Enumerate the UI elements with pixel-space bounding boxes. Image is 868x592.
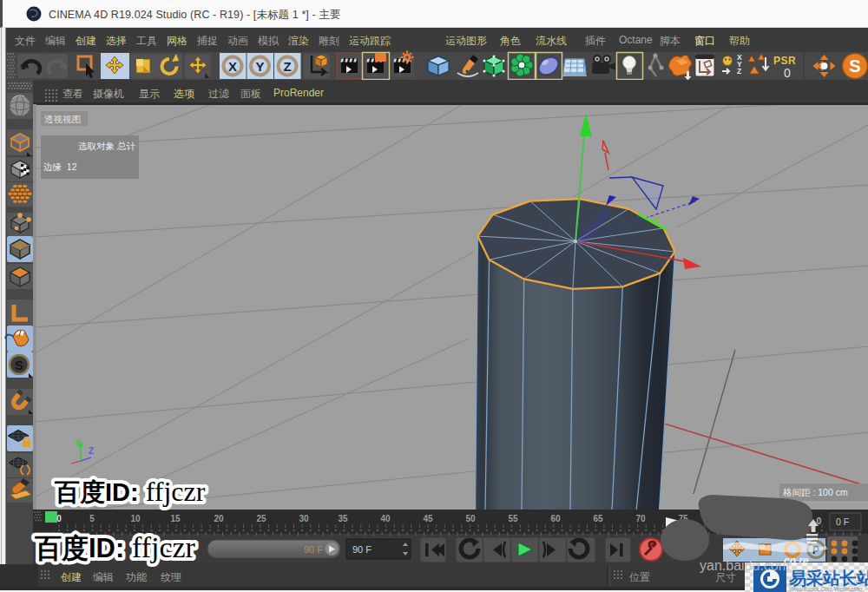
svg-text:70: 70 (635, 514, 646, 523)
svg-text:35: 35 (338, 514, 348, 523)
svg-text:30: 30 (299, 514, 309, 523)
svg-text:90 F: 90 F (304, 544, 323, 555)
svg-text:S: S (15, 358, 23, 372)
svg-text:Y: Y (75, 438, 81, 448)
svg-text:0: 0 (56, 514, 62, 523)
svg-text:55: 55 (508, 514, 518, 523)
svg-text:50: 50 (465, 514, 476, 523)
svg-text:5: 5 (89, 514, 95, 523)
svg-text:90 F: 90 F (352, 544, 372, 555)
svg-text:P: P (812, 544, 819, 556)
svg-text:20: 20 (214, 514, 224, 523)
svg-text:Z: Z (89, 446, 94, 456)
svg-text:10: 10 (130, 514, 141, 523)
svg-text:45: 45 (423, 514, 433, 523)
svg-text:40: 40 (380, 514, 391, 523)
svg-text:0: 0 (817, 516, 822, 526)
svg-text:65: 65 (593, 514, 603, 523)
svg-text:60: 60 (550, 514, 561, 523)
svg-text:25: 25 (256, 514, 266, 523)
svg-text:0 F: 0 F (836, 516, 849, 527)
svg-text:15: 15 (170, 514, 181, 523)
